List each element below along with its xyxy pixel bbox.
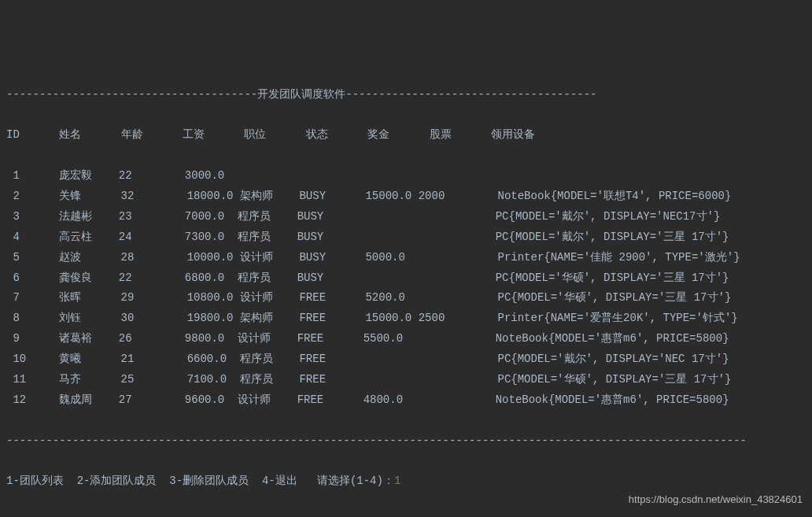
table-row: 2 关锋 32 18000.0 架构师 BUSY 15000.0 2000 No…	[6, 186, 806, 207]
table-row: 3 法越彬 23 7000.0 程序员 BUSY PC{MODEL='戴尔', …	[6, 207, 806, 227]
menu-opt2[interactable]: 2-添加团队成员	[77, 475, 157, 487]
menu-opt3[interactable]: 3-删除团队成员	[169, 475, 249, 487]
table-row: 7 张晖 29 10800.0 设计师 FREE 5200.0 PC{MODEL…	[6, 288, 806, 308]
main-table-header: ID 姓名 年龄 工资 职位 状态 奖金 股票 领用设备	[6, 125, 806, 146]
menu-input[interactable]: 1	[394, 475, 400, 487]
table-row: 6 龚俊良 22 6800.0 程序员 BUSY PC{MODEL='华硕', …	[6, 268, 806, 289]
table-row: 8 刘钰 30 19800.0 架构师 FREE 15000.0 2500 Pr…	[6, 308, 806, 329]
main-table-body: 1 庞宏毅 22 3000.0 2 关锋 32 18000.0 架构师 BUSY…	[6, 166, 806, 411]
table-row: 12 魏成周 27 9600.0 设计师 FREE 4800.0 NoteBoo…	[6, 390, 806, 411]
footer-separator: ----------------------------------------…	[6, 431, 806, 452]
table-row: 1 庞宏毅 22 3000.0	[6, 166, 806, 186]
menu-line: 1-团队列表 2-添加团队成员 3-删除团队成员 4-退出 请选择(1-4)：1	[6, 471, 806, 492]
table-row: 5 赵波 28 10000.0 设计师 BUSY 5000.0 Printer{…	[6, 248, 806, 268]
menu-opt1[interactable]: 1-团队列表	[6, 475, 64, 487]
watermark: https://blog.csdn.net/weixin_43824601	[629, 490, 803, 509]
menu-opt4[interactable]: 4-退出	[262, 475, 297, 487]
table-row: 9 诸葛裕 26 9800.0 设计师 FREE 5500.0 NoteBook…	[6, 329, 806, 349]
table-row: 4 高云柱 24 7300.0 程序员 BUSY PC{MODEL='戴尔', …	[6, 227, 806, 248]
table-row: 10 黄曦 21 6600.0 程序员 FREE PC{MODEL='戴尔', …	[6, 349, 806, 370]
blank-line	[6, 512, 806, 517]
header-line: --------------------------------------开发…	[6, 85, 806, 105]
table-row: 11 马齐 25 7100.0 程序员 FREE PC{MODEL='华硕', …	[6, 370, 806, 390]
menu-prompt: 请选择(1-4)：	[317, 475, 394, 487]
